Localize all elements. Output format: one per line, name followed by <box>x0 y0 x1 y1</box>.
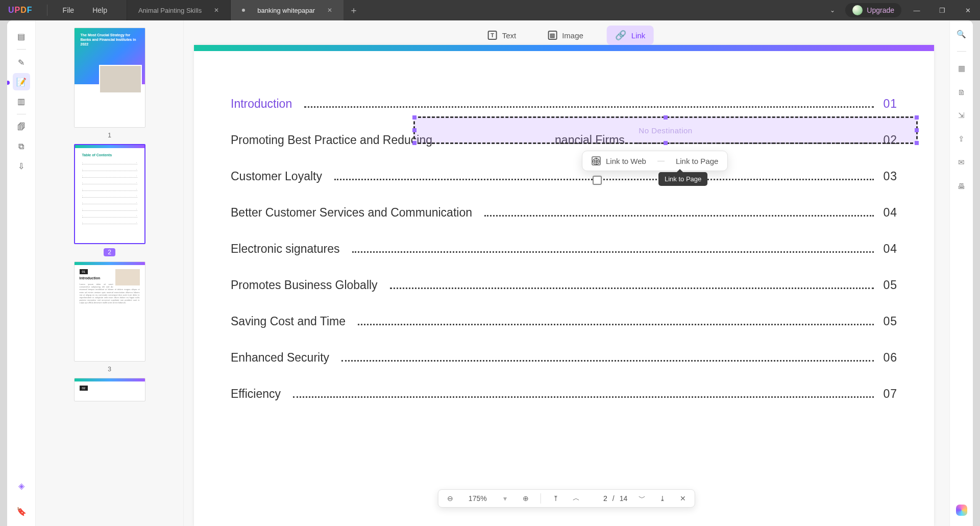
titlebar: UPDF File Help Animal Painting Skills ✕ … <box>0 0 980 20</box>
upgrade-label: Upgrade <box>867 6 894 14</box>
tab-title: banking whitepapar <box>257 7 315 14</box>
close-icon[interactable]: ✕ <box>327 7 332 14</box>
chevron-down-icon[interactable]: ⌄ <box>825 7 840 14</box>
titlebar-right: ⌄ Upgrade ― ❐ ✕ <box>825 0 980 20</box>
minimize-button[interactable]: ― <box>906 0 927 20</box>
menu-file[interactable]: File <box>54 6 84 14</box>
menu-help[interactable]: Help <box>83 6 116 14</box>
divider <box>47 5 47 16</box>
tab-title: Animal Painting Skills <box>138 7 202 14</box>
upgrade-button[interactable]: Upgrade <box>845 3 901 17</box>
tabs-container: Animal Painting Skills ✕ banking whitepa… <box>127 0 364 20</box>
tab-inactive[interactable]: Animal Painting Skills ✕ <box>127 0 230 20</box>
app-logo: UPDF <box>8 6 33 15</box>
close-window-button[interactable]: ✕ <box>958 0 978 20</box>
unsaved-dot-icon <box>242 9 245 12</box>
tab-active[interactable]: banking whitepapar ✕ <box>230 0 344 20</box>
new-tab-button[interactable]: ＋ <box>344 0 364 20</box>
avatar-icon <box>852 5 863 15</box>
maximize-button[interactable]: ❐ <box>932 0 952 20</box>
close-icon[interactable]: ✕ <box>214 7 219 14</box>
